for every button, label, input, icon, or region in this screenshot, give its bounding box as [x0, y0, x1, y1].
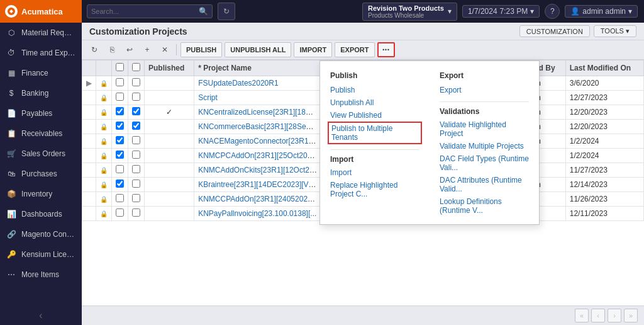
row-check2[interactable]: [128, 149, 145, 163]
row-check2[interactable]: [128, 105, 145, 120]
row-name[interactable]: KNMCPCAddOn[23R1][25Oct202...: [194, 149, 322, 163]
project-name-link[interactable]: KNCentralizedLicense[23R1][18O...: [198, 108, 318, 117]
project-name-link[interactable]: KNMCCPAddOn[23R1][24052023]...: [198, 195, 320, 203]
project-name-link[interactable]: KNACEMagentoConnector[23R1][...: [198, 137, 319, 145]
row-check1[interactable]: [112, 105, 128, 120]
row-check2[interactable]: [128, 134, 145, 149]
row-check1[interactable]: [112, 149, 128, 163]
sidebar-item-payables[interactable]: 📄 Payables: [0, 103, 82, 123]
row-expand[interactable]: [82, 149, 96, 163]
sidebar-item-more[interactable]: ⋯ More Items: [0, 265, 82, 285]
dropdown-publish-to-tenants[interactable]: Publish to Multiple Tenants: [328, 122, 422, 144]
delete-button[interactable]: ✕: [157, 42, 172, 57]
admin-menu[interactable]: 👤 admin admin ▾: [565, 5, 638, 18]
row-expand[interactable]: [82, 105, 96, 120]
search-input[interactable]: [91, 8, 196, 15]
row-check1[interactable]: [112, 178, 128, 192]
export-button[interactable]: EXPORT: [335, 42, 374, 57]
pagination-next[interactable]: ›: [608, 309, 621, 322]
more-actions-button[interactable]: ···: [377, 42, 395, 57]
row-check2[interactable]: [128, 192, 145, 207]
row-check2[interactable]: [128, 178, 145, 192]
dropdown-unpublish-all[interactable]: Unpublish All: [330, 96, 419, 109]
row-check1[interactable]: [112, 163, 128, 178]
row-expand[interactable]: [82, 207, 96, 221]
dropdown-view-published[interactable]: View Published: [330, 109, 419, 122]
customization-button[interactable]: CUSTOMIZATION: [519, 25, 590, 37]
row-name[interactable]: KNMCCPAddOn[23R1][24052023]...: [194, 192, 322, 207]
row-name[interactable]: FSUpdateDates2020R1: [194, 76, 322, 91]
logo[interactable]: Acumatica: [0, 0, 82, 23]
row-check2[interactable]: [128, 120, 145, 134]
row-name[interactable]: KNPayPallnvoicing[23.100.0138][...: [194, 207, 322, 221]
dropdown-validate-multiple[interactable]: Validate Multiple Projects: [440, 140, 529, 152]
row-check1[interactable]: [112, 120, 128, 134]
revision-selector[interactable]: Revision Two Products Products Wholesale…: [362, 3, 457, 21]
sidebar-item-purchases[interactable]: 🛍 Purchases: [0, 164, 82, 184]
project-name-link[interactable]: KNMCPCAddOn[23R1][25Oct202...: [198, 151, 318, 160]
row-check1[interactable]: [112, 207, 128, 221]
project-name-link[interactable]: KBraintree[23R1][14DEC2023][V07]: [198, 180, 319, 189]
sidebar-item-sales[interactable]: 🛒 Sales Orders: [0, 144, 82, 164]
dropdown-validate-highlighted[interactable]: Validate Highlighted Project: [440, 118, 529, 140]
row-expand[interactable]: [82, 192, 96, 207]
row-expand[interactable]: [82, 120, 96, 134]
pagination-prev[interactable]: ‹: [591, 309, 605, 322]
pagination-first[interactable]: «: [575, 309, 589, 322]
row-check1[interactable]: [112, 192, 128, 207]
row-expand[interactable]: [82, 91, 96, 105]
row-check2[interactable]: [128, 76, 145, 91]
row-check1[interactable]: [112, 91, 128, 105]
select-all-checkbox[interactable]: [116, 63, 124, 71]
add-button[interactable]: +: [140, 42, 155, 57]
row-name[interactable]: KBraintree[23R1][14DEC2023][V07]: [194, 178, 322, 192]
row-check2[interactable]: [128, 207, 145, 221]
row-expand[interactable]: [82, 178, 96, 192]
sidebar-item-kensium[interactable]: 🔑 Kensium License: [0, 244, 82, 265]
sidebar-item-magento[interactable]: 🔗 Magento Connector: [0, 224, 82, 244]
row-expand[interactable]: [82, 134, 96, 149]
row-name[interactable]: KNACEMagentoConnector[23R1][...: [194, 134, 322, 149]
dropdown-export[interactable]: Export: [440, 84, 529, 96]
sidebar-item-banking[interactable]: $ Banking: [0, 83, 82, 103]
sidebar-item-finance[interactable]: ▦ Finance: [0, 63, 82, 83]
dropdown-publish[interactable]: Publish: [330, 84, 419, 96]
publish-button[interactable]: PUBLISH: [180, 42, 222, 57]
dropdown-lookup-definitions[interactable]: Lookup Definitions (Runtime V...: [440, 195, 529, 217]
sidebar-item-receivables[interactable]: 📋 Receivables: [0, 123, 82, 144]
search-icon[interactable]: 🔍: [199, 7, 208, 16]
row-check2[interactable]: [128, 91, 145, 105]
project-name-link[interactable]: FSUpdateDates2020R1: [198, 79, 278, 88]
copy-button[interactable]: ⎘: [104, 42, 119, 57]
row-expand[interactable]: ▶: [82, 76, 96, 91]
project-name-link[interactable]: KNPayPallnvoicing[23.100.0138][...: [198, 209, 316, 218]
reload-button[interactable]: ↻: [87, 42, 102, 57]
sidebar-item-dashboards[interactable]: 📊 Dashboards: [0, 204, 82, 224]
refresh-button[interactable]: ↻: [218, 3, 235, 20]
search-box[interactable]: 🔍: [87, 4, 213, 18]
row-check2[interactable]: [128, 163, 145, 178]
project-name-link[interactable]: KNCommerceBasic[23R1][28Sept...: [198, 122, 318, 131]
row-check1[interactable]: [112, 76, 128, 91]
help-button[interactable]: ?: [545, 4, 560, 19]
row-check1[interactable]: [112, 134, 128, 149]
row-name[interactable]: KNCentralizedLicense[23R1][18O...: [194, 105, 322, 120]
sidebar-item-time[interactable]: ⏱ Time and Expenses: [0, 43, 82, 63]
unpublish-all-button[interactable]: UNPUBLISH ALL: [225, 42, 291, 57]
row-expand[interactable]: [82, 163, 96, 178]
import-button[interactable]: IMPORT: [294, 42, 332, 57]
undo-button[interactable]: ↩: [122, 42, 137, 57]
sidebar-item-material[interactable]: ⬡ Material Requirem...: [0, 23, 82, 43]
sidebar-item-inventory[interactable]: 📦 Inventory: [0, 184, 82, 204]
row-name[interactable]: KNMCAddOnCkits[23R1][12Oct20...: [194, 163, 322, 178]
dropdown-import[interactable]: Import: [330, 166, 419, 179]
dropdown-dac-attributes[interactable]: DAC Attributes (Runtime Valid...: [440, 174, 529, 195]
project-name-link[interactable]: Script: [198, 93, 218, 102]
dropdown-replace[interactable]: Replace Highlighted Project C...: [330, 179, 419, 200]
row-name[interactable]: Script: [194, 91, 322, 105]
select-all-checkbox-2[interactable]: [132, 63, 140, 71]
dropdown-dac-field-types[interactable]: DAC Field Types (Runtime Vali...: [440, 152, 529, 174]
tools-button[interactable]: TOOLS ▾: [594, 25, 636, 37]
project-name-link[interactable]: KNMCAddOnCkits[23R1][12Oct20...: [198, 166, 319, 174]
pagination-last[interactable]: »: [624, 309, 638, 322]
